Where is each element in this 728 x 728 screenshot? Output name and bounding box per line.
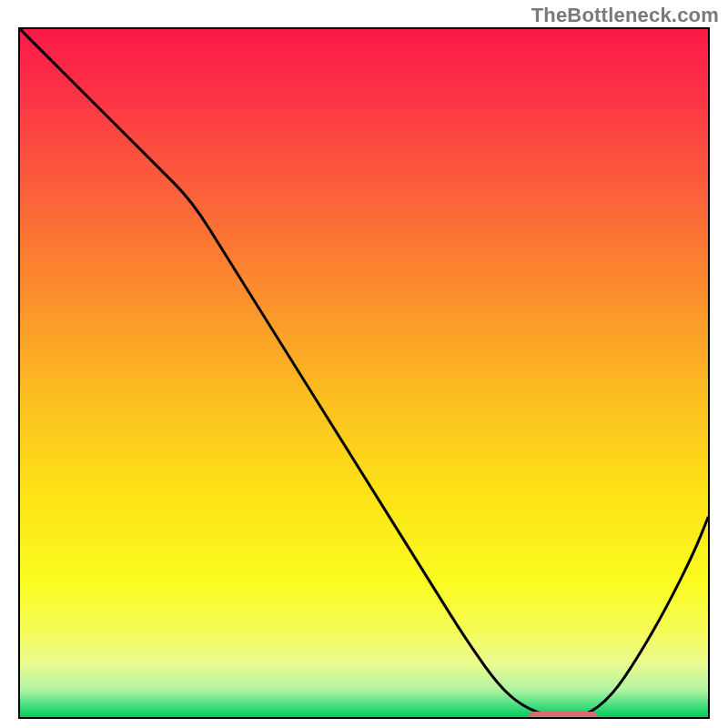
chart-container: TheBottleneck.com [0,0,728,728]
optimal-range-marker [529,712,598,719]
plot-area [18,27,710,719]
bottleneck-curve [20,29,708,717]
watermark-text: TheBottleneck.com [531,4,719,27]
curve-layer [20,29,708,717]
